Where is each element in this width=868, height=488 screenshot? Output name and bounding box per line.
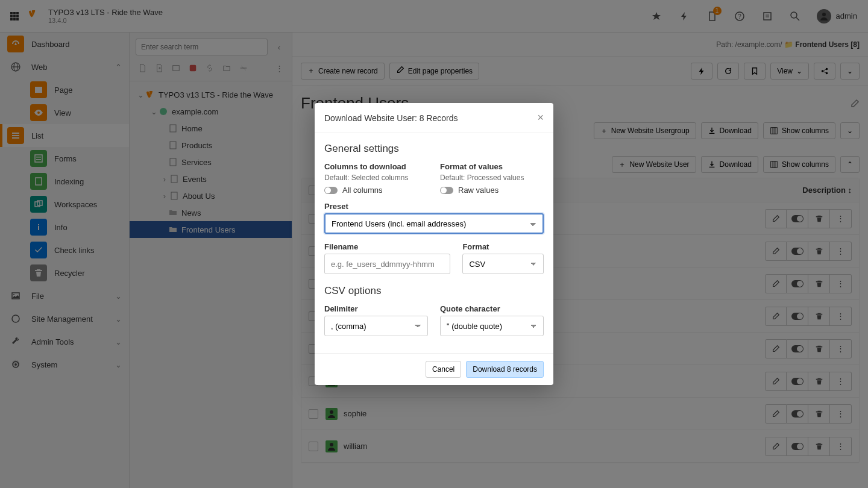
delimiter-label: Delimiter bbox=[324, 304, 428, 313]
quote-label: Quote character bbox=[440, 304, 544, 313]
download-records-button[interactable]: Download 8 records bbox=[466, 361, 544, 378]
filename-label: Filename bbox=[324, 242, 450, 251]
quote-select[interactable]: " (double quote) bbox=[440, 316, 544, 336]
general-settings-heading: General settings bbox=[324, 143, 544, 155]
modal-title: Download Website User: 8 Records bbox=[324, 113, 458, 123]
filename-input[interactable] bbox=[324, 254, 450, 274]
download-modal: Download Website User: 8 Records × Gener… bbox=[315, 103, 553, 385]
all-columns-toggle[interactable] bbox=[324, 187, 338, 194]
close-icon[interactable]: × bbox=[537, 111, 544, 124]
format-select[interactable]: CSV bbox=[462, 254, 544, 274]
values-default: Default: Processed values bbox=[440, 174, 544, 182]
raw-values-toggle[interactable] bbox=[440, 187, 453, 194]
columns-default: Default: Selected columns bbox=[324, 174, 428, 182]
csv-options-heading: CSV options bbox=[324, 285, 544, 297]
preset-label: Preset bbox=[324, 202, 544, 211]
cancel-button[interactable]: Cancel bbox=[426, 361, 461, 378]
format-label: Format bbox=[462, 242, 544, 251]
delimiter-select[interactable]: , (comma) bbox=[324, 316, 428, 336]
columns-label: Columns to download bbox=[324, 162, 428, 171]
modal-overlay: Download Website User: 8 Records × Gener… bbox=[0, 0, 868, 488]
format-values-label: Format of values bbox=[440, 162, 544, 171]
preset-select[interactable]: Frontend Users (incl. email addresses) bbox=[324, 213, 544, 234]
